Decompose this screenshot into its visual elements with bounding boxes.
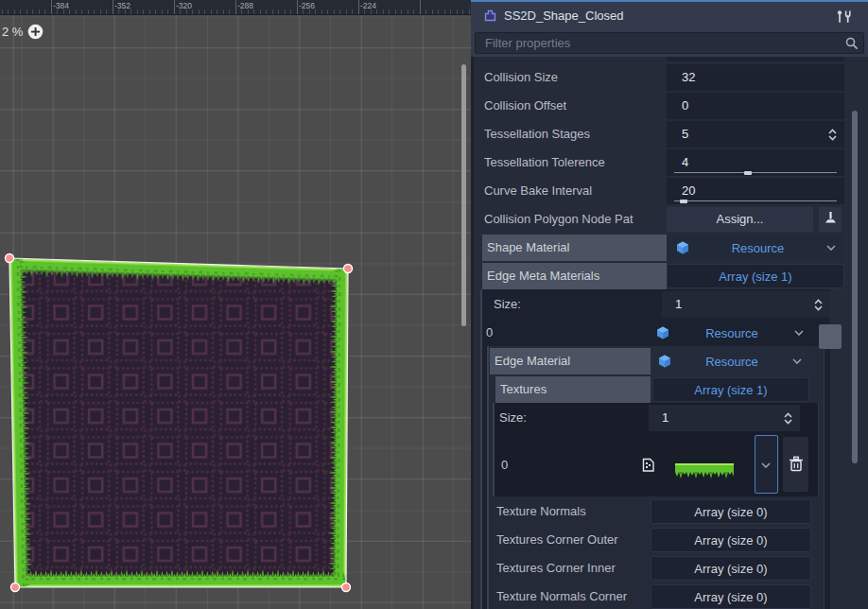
collision-offset-field[interactable]: 0 xyxy=(667,93,844,119)
property-label: Tessellation Stages xyxy=(484,121,590,148)
texture-normals-corner-array-button[interactable]: Array (size 0) xyxy=(651,584,811,609)
property-label: Textures Corner Outer xyxy=(496,527,618,553)
property-label: Texture Normals Corner xyxy=(496,583,627,609)
tessellation-stages-field[interactable]: 5 xyxy=(667,121,844,148)
slider-track[interactable] xyxy=(674,172,837,173)
property-label: Textures Corner Inner xyxy=(496,555,616,582)
section-textures: Textures xyxy=(495,376,651,403)
updown-spinner-icon[interactable] xyxy=(783,411,793,429)
assign-node-path-button[interactable]: Assign... xyxy=(667,207,813,232)
chevron-down-icon xyxy=(792,358,802,364)
updown-spinner-icon[interactable] xyxy=(827,128,838,146)
slider-track[interactable] xyxy=(674,200,837,201)
textures-corner-outer-array-button[interactable]: Array (size 0) xyxy=(651,528,811,552)
array-element-index: 0 xyxy=(486,320,493,346)
element0-resource-dropdown[interactable]: Resource xyxy=(649,320,809,346)
pick-node-button[interactable] xyxy=(819,207,842,232)
trash-icon xyxy=(789,456,804,472)
shape-point-handle[interactable] xyxy=(6,254,14,263)
ruler-tick-label: -320 xyxy=(176,1,192,10)
array-size-label: Size: xyxy=(499,405,527,431)
ruler-tick-label: -384 xyxy=(53,1,69,10)
viewport-vertical-scrollbar[interactable] xyxy=(461,64,466,326)
textures-corner-inner-array-button[interactable]: Array (size 0) xyxy=(651,556,811,581)
inspector-vertical-scrollbar[interactable] xyxy=(852,111,858,463)
property-label: Tessellation Tolerence xyxy=(484,149,605,176)
chevron-down-icon xyxy=(826,245,836,251)
collision-size-field[interactable]: 32 xyxy=(667,64,844,91)
horizontal-ruler: -384 -352 -320 -288 -256 -224 xyxy=(0,0,471,15)
edit-resource-icon[interactable] xyxy=(641,458,656,477)
canvas-grid[interactable]: 2 % xyxy=(0,15,471,609)
resource-cube-icon xyxy=(658,355,671,368)
resource-cube-icon xyxy=(676,241,689,254)
clipped-row-remnant xyxy=(667,57,844,61)
array-size-label: Size: xyxy=(494,291,521,318)
property-label: Collision Polygon Node Pat xyxy=(484,206,634,233)
array-size-field[interactable]: 1 xyxy=(649,405,800,431)
chevron-down-icon xyxy=(761,462,771,468)
delete-texture-button[interactable] xyxy=(783,437,808,492)
textures-array-button[interactable]: Array (size 1) xyxy=(652,377,809,402)
property-label: Curve Bake Interval xyxy=(484,178,592,204)
ruler-tick-label: -288 xyxy=(237,1,253,10)
slider-grabber[interactable] xyxy=(744,171,752,175)
property-label: Collision Size xyxy=(484,64,558,91)
shape-point-handle[interactable] xyxy=(11,583,20,592)
edge-meta-materials-array-button[interactable]: Array (size 1) xyxy=(667,264,844,288)
canvas-viewport[interactable]: -384 -352 -320 -288 -256 -224 2 % xyxy=(0,0,471,609)
inspected-object-title: SS2D_Shape_Closed xyxy=(504,9,623,23)
search-icon xyxy=(845,37,859,54)
slider-grabber[interactable] xyxy=(680,200,687,203)
section-edge-material: Edge Material xyxy=(490,348,651,374)
property-label: Texture Normals xyxy=(496,498,586,525)
zoom-percent-label: 2 % xyxy=(2,25,23,39)
curve-bake-interval-slider[interactable]: 20 xyxy=(667,178,844,204)
inspector-tools-button[interactable] xyxy=(835,9,853,28)
inspector-panel: SS2D_Shape_Closed Collision Size xyxy=(471,0,868,609)
ss2d-node-icon xyxy=(484,9,496,22)
element-extra-button[interactable] xyxy=(819,324,842,349)
godot-editor: -384 -352 -320 -288 -256 -224 2 % xyxy=(0,0,868,609)
filter-properties-input[interactable] xyxy=(475,32,864,54)
grass-texture-preview[interactable] xyxy=(675,463,734,483)
array-size-field[interactable]: 1 xyxy=(662,291,830,318)
shape-point-handle[interactable] xyxy=(342,583,351,592)
ruler-tick-label: -256 xyxy=(299,1,315,10)
ss2d-shape[interactable] xyxy=(4,252,356,594)
shape-material-resource-dropdown[interactable]: Resource xyxy=(667,235,844,261)
zoom-plus-icon[interactable] xyxy=(27,24,43,40)
shape-fill xyxy=(9,258,348,587)
tessellation-tolerence-slider[interactable]: 4 xyxy=(667,149,844,176)
updown-spinner-icon[interactable] xyxy=(813,298,824,316)
section-edge-meta-materials: Edge Meta Materials xyxy=(482,263,667,289)
array-element-index: 0 xyxy=(501,452,508,478)
texture-normals-array-button[interactable]: Array (size 0) xyxy=(651,499,811,524)
node-picker-icon xyxy=(824,211,838,225)
section-shape-material: Shape Material xyxy=(482,235,667,261)
ruler-tick-label: -224 xyxy=(360,1,376,10)
filter-bar xyxy=(471,29,868,57)
ruler-tick-label: -352 xyxy=(114,1,130,10)
resource-cube-icon xyxy=(656,326,669,339)
shape-point-handle[interactable] xyxy=(344,265,353,273)
chevron-down-icon xyxy=(794,330,804,336)
texture-dropdown-button[interactable] xyxy=(755,435,778,494)
inspector-header: SS2D_Shape_Closed xyxy=(471,0,868,29)
property-label: Collision Offset xyxy=(484,93,566,119)
edge-material-resource-dropdown[interactable]: Resource xyxy=(651,348,807,374)
